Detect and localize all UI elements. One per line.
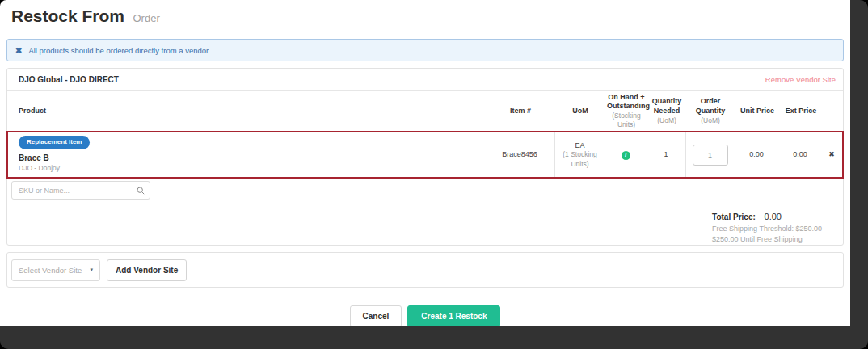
uom-value: EA	[560, 141, 600, 150]
product-vendor: DJO - Donjoy	[19, 164, 485, 173]
col-header-ext-price: Ext Price	[780, 107, 822, 116]
info-banner: ✖ All products should be ordered directl…	[6, 39, 844, 61]
cancel-button[interactable]: Cancel	[350, 305, 402, 326]
vendor-site-select[interactable]: Select Vendor Site ▾	[11, 259, 100, 281]
item-number-cell: Brace8456	[485, 149, 554, 159]
direct-order-icon: ✖	[15, 46, 22, 55]
search-icon	[137, 187, 145, 195]
total-price-value: 0.00	[765, 212, 782, 221]
vendor-card-header: DJO Global - DJO DIRECT Remove Vendor Si…	[7, 69, 843, 90]
product-name: Brace B	[19, 153, 485, 164]
uom-sub-value: (1 Stocking Units)	[560, 150, 600, 169]
col-header-item: Item #	[486, 107, 555, 116]
restock-page: Restock From Order ✖ All products should…	[0, 0, 850, 326]
vendor-site-select-placeholder: Select Vendor Site	[19, 266, 82, 275]
order-quantity-input[interactable]	[693, 145, 728, 166]
add-vendor-site-button[interactable]: Add Vendor Site	[107, 259, 187, 281]
action-bar: Cancel Create 1 Restock	[0, 305, 850, 326]
sku-search-input[interactable]	[19, 187, 137, 195]
col-header-on-hand: On Hand + Outstanding (Stocking Units)	[605, 93, 647, 129]
ext-price-cell: 0.00	[779, 149, 821, 159]
totals-row: Total Price: 0.00 Free Shipping Threshol…	[7, 204, 843, 245]
vendor-select-card: Select Vendor Site ▾ Add Vendor Site	[6, 252, 844, 288]
col-header-qty-needed: Quantity Needed (UoM)	[647, 97, 686, 124]
product-row: Replacement Item Brace B DJO - Donjoy Br…	[6, 131, 844, 179]
until-free-shipping: $250.00 Until Free Shipping	[712, 234, 822, 246]
unit-price-cell: 0.00	[734, 149, 779, 159]
col-header-on-hand-sub: (Stocking Units)	[607, 111, 646, 129]
replacement-item-badge: Replacement Item	[19, 136, 90, 149]
info-banner-text: All products should be ordered directly …	[28, 46, 210, 55]
total-price-label: Total Price:	[712, 212, 756, 221]
order-quantity-cell	[685, 132, 734, 177]
product-search-box	[11, 181, 150, 200]
total-price-line: Total Price: 0.00	[712, 210, 822, 224]
titlebar: Restock From Order	[0, 0, 850, 29]
chevron-down-icon: ▾	[90, 267, 93, 273]
page-subtitle: Order	[133, 12, 160, 24]
col-header-order-qty: Order Quantity (UoM)	[686, 97, 735, 124]
on-hand-info-icon[interactable]: i	[622, 151, 630, 160]
col-header-order-qty-sub: (UoM)	[688, 116, 733, 125]
page-title: Restock From	[11, 6, 124, 25]
col-header-product: Product	[7, 107, 486, 116]
col-header-uom: UoM	[555, 107, 605, 116]
uom-cell: EA (1 Stocking Units)	[554, 132, 605, 177]
create-restock-button[interactable]: Create 1 Restock	[407, 305, 500, 326]
vendor-card: DJO Global - DJO DIRECT Remove Vendor Si…	[6, 68, 844, 246]
col-header-qty-needed-sub: (UoM)	[649, 116, 685, 125]
remove-vendor-site-link[interactable]: Remove Vendor Site	[765, 75, 836, 84]
free-shipping-threshold: Free Shipping Threshold: $250.00	[712, 224, 822, 235]
product-search-row	[7, 179, 843, 204]
product-cell: Replacement Item Brace B DJO - Donjoy	[8, 136, 485, 174]
vendor-name: DJO Global - DJO DIRECT	[19, 75, 119, 84]
remove-row-icon[interactable]: ✖	[821, 149, 842, 159]
col-header-unit-price: Unit Price	[735, 107, 780, 116]
quantity-needed-cell: 1	[647, 149, 685, 159]
on-hand-cell: i	[605, 149, 647, 160]
totals-block: Total Price: 0.00 Free Shipping Threshol…	[712, 210, 822, 245]
table-header-row: Product Item # UoM On Hand + Outstanding…	[7, 90, 843, 131]
